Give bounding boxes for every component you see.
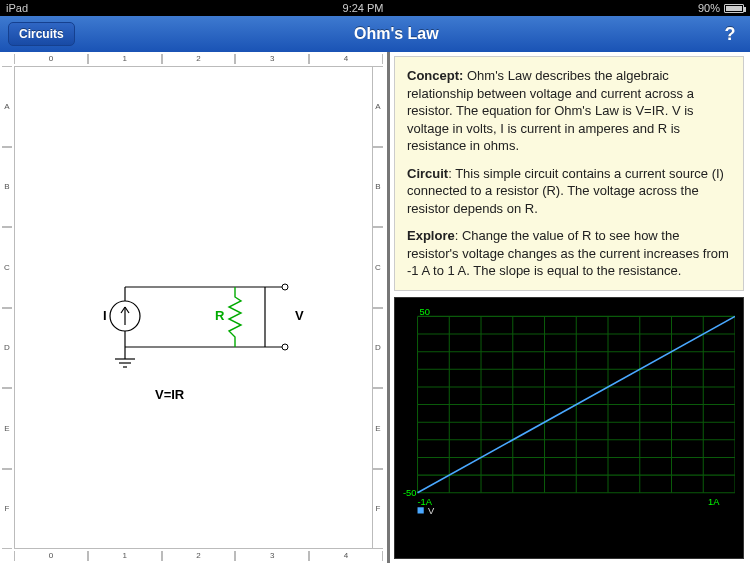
battery-icon [724,4,744,13]
current-source-icon [110,301,140,331]
explore-paragraph: Explore: Change the value of R to see ho… [407,227,731,280]
device-label: iPad [6,2,28,14]
ground-icon [115,359,135,367]
nav-bar: Circuits Ohm's Law ? [0,16,750,52]
ruler-top: 0 1 2 3 4 [14,54,383,64]
ruler-left: A B C D E F [2,66,12,549]
status-bar: iPad 9:24 PM 90% [0,0,750,16]
plot-ymin: -50 [403,488,416,498]
content-area: 0 1 2 3 4 0 1 2 3 4 A B C D [0,52,750,563]
circuit-canvas-pane: 0 1 2 3 4 0 1 2 3 4 A B C D [0,52,390,563]
ruler-bottom: 0 1 2 3 4 [14,551,383,561]
page-title: Ohm's Law [75,25,718,43]
app-root: iPad 9:24 PM 90% Circuits Ohm's Law ? 0 … [0,0,750,563]
resistor-label: R [215,308,225,323]
circuit-paragraph: Circuit: This simple circuit contains a … [407,165,731,218]
help-button[interactable]: ? [718,24,742,45]
plot-xmax: 1A [708,497,720,507]
resistor-icon [229,287,241,347]
voltage-label: V [295,308,304,323]
concept-paragraph: Concept: Ohm's Law describes the algebra… [407,67,731,155]
legend-swatch-v [418,507,424,513]
battery-percent: 90% [698,2,720,14]
ruler-right: A B C D E F [373,66,383,549]
plot-panel[interactable]: 50 -50 -1A 1A V [394,297,744,559]
svg-point-6 [282,284,288,290]
legend-label-v: V [428,506,435,514]
current-source-label: I [103,308,107,323]
plot-chart: 50 -50 -1A 1A V [403,306,735,514]
equation-text: V=IR [155,387,184,402]
explanation-box: Concept: Ohm's Law describes the algebra… [394,56,744,291]
back-button[interactable]: Circuits [8,22,75,46]
plot-ymax: 50 [420,307,430,317]
right-pane: Concept: Ohm's Law describes the algebra… [390,52,750,563]
status-time: 9:24 PM [28,2,698,14]
svg-point-7 [282,344,288,350]
circuit-diagram: I R V [85,267,315,387]
circuit-canvas[interactable]: I R V V=IR [14,66,373,549]
